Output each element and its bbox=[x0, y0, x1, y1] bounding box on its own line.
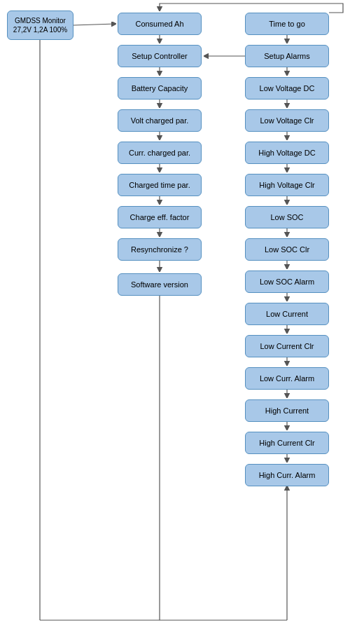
low-voltage-clr-node[interactable]: Low Voltage Clr bbox=[245, 109, 329, 132]
low-soc-alarm-node[interactable]: Low SOC Alarm bbox=[245, 270, 329, 293]
battery-capacity-node[interactable]: Battery Capacity bbox=[118, 77, 202, 100]
charged-time-node[interactable]: Charged time par. bbox=[118, 174, 202, 196]
high-voltage-dc-node[interactable]: High Voltage DC bbox=[245, 142, 329, 164]
high-current-clr-node[interactable]: High Current Clr bbox=[245, 432, 329, 454]
gmdss-node[interactable]: GMDSS Monitor 27,2V 1,2A 100% bbox=[7, 11, 74, 40]
svg-line-1 bbox=[74, 24, 115, 25]
setup-alarms-node[interactable]: Setup Alarms bbox=[245, 45, 329, 67]
low-current-clr-node[interactable]: Low Current Clr bbox=[245, 335, 329, 357]
diagram-container: GMDSS Monitor 27,2V 1,2A 100% Consumed A… bbox=[0, 0, 364, 637]
high-voltage-clr-node[interactable]: High Voltage Clr bbox=[245, 174, 329, 196]
low-curr-alarm-node[interactable]: Low Curr. Alarm bbox=[245, 367, 329, 390]
high-current-node[interactable]: High Current bbox=[245, 399, 329, 422]
volt-charged-node[interactable]: Volt charged par. bbox=[118, 109, 202, 132]
setup-controller-node[interactable]: Setup Controller bbox=[118, 45, 202, 67]
consumed-ah-node[interactable]: Consumed Ah bbox=[118, 13, 202, 35]
charge-eff-node[interactable]: Charge eff. factor bbox=[118, 206, 202, 228]
software-version-node[interactable]: Software version bbox=[118, 273, 202, 296]
low-soc-clr-node[interactable]: Low SOC Clr bbox=[245, 238, 329, 261]
low-soc-node[interactable]: Low SOC bbox=[245, 206, 329, 228]
curr-charged-node[interactable]: Curr. charged par. bbox=[118, 142, 202, 164]
time-to-go-node[interactable]: Time to go bbox=[245, 13, 329, 35]
low-current-node[interactable]: Low Current bbox=[245, 303, 329, 325]
resynchronize-node[interactable]: Resynchronize ? bbox=[118, 238, 202, 261]
low-voltage-dc-node[interactable]: Low Voltage DC bbox=[245, 77, 329, 100]
high-curr-alarm-node[interactable]: High Curr. Alarm bbox=[245, 464, 329, 486]
